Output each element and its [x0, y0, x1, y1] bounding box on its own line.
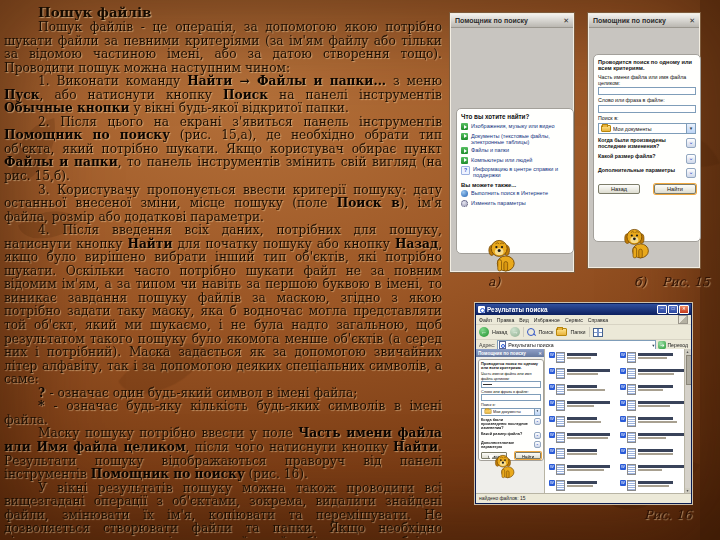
- go-button[interactable]: ➔ Переход: [658, 341, 688, 349]
- word-doc-icon: W: [549, 368, 555, 374]
- file-item[interactable]: W: [620, 400, 686, 411]
- file-item[interactable]: W: [620, 368, 686, 379]
- file-item[interactable]: W: [620, 464, 686, 475]
- file-item[interactable]: W: [549, 464, 610, 475]
- close-icon[interactable]: ✕: [538, 351, 542, 356]
- chevron-down-icon[interactable]: ⌄: [534, 418, 541, 425]
- file-item[interactable]: W: [620, 384, 686, 395]
- file-item[interactable]: W: [620, 416, 686, 427]
- close-icon[interactable]: ✕: [689, 17, 695, 25]
- window-title-bar[interactable]: Результаты поиска ─ □ ✕: [476, 304, 691, 315]
- paragraph: У вікні результатів пошуку можна також п…: [4, 482, 442, 538]
- filename-label: Часть имени файла или имя файла целиком:: [598, 75, 696, 87]
- collapsed-section[interactable]: Когда были произведены последние изменен…: [598, 138, 696, 150]
- file-item[interactable]: W: [620, 432, 686, 443]
- globe-icon: [461, 190, 468, 197]
- back-icon[interactable]: ←: [479, 327, 489, 337]
- menu-item[interactable]: Справка: [588, 317, 608, 323]
- file-path-text: [638, 389, 663, 391]
- vertical-scrollbar[interactable]: ▴ ▾: [684, 349, 691, 494]
- forward-icon[interactable]: →: [510, 327, 520, 337]
- word-doc-icon: W: [620, 464, 626, 470]
- green-arrow-icon: [461, 123, 468, 130]
- companion-item-label: Информацию в центре справки и поддержки: [473, 166, 569, 178]
- companion-item-label: Выполнить поиск в Интернете: [471, 190, 548, 196]
- search-dog-mascot[interactable]: [623, 227, 651, 259]
- chevron-down-icon[interactable]: ⌄: [534, 432, 541, 439]
- companion-item[interactable]: Компьютеры или людей: [461, 157, 569, 164]
- menu-item[interactable]: Сервис: [565, 317, 583, 323]
- file-item[interactable]: W: [549, 368, 610, 379]
- companion-item[interactable]: Файлы и папки: [461, 147, 569, 154]
- companion-item[interactable]: Изменить параметры: [461, 200, 569, 207]
- search-button[interactable]: Найти: [654, 184, 696, 194]
- file-item[interactable]: W: [549, 432, 610, 443]
- views-icon[interactable]: [593, 328, 603, 337]
- collapsed-section[interactable]: Дополнительные параметры⌄: [598, 168, 696, 178]
- back-label[interactable]: Назад: [492, 329, 507, 335]
- close-icon[interactable]: ✕: [563, 17, 569, 25]
- search-location-dropdown[interactable]: Мои документы ▾: [598, 123, 696, 134]
- collapsed-section[interactable]: Дополнительные параметры⌄: [481, 441, 541, 449]
- go-icon: ➔: [658, 341, 666, 349]
- gear-icon: [461, 200, 468, 207]
- chevron-down-icon[interactable]: ▾: [686, 124, 695, 133]
- search-dog-mascot[interactable]: [487, 238, 517, 272]
- companion-item[interactable]: Информацию в центре справки и поддержки: [461, 166, 569, 178]
- folders-label[interactable]: Папки: [570, 329, 585, 335]
- search-location-dropdown[interactable]: Мои документы ▾: [481, 408, 541, 416]
- companion-item[interactable]: Изображения, музыку или видео: [461, 123, 569, 130]
- companion-item[interactable]: Документы (текстовые файлы, электронные …: [461, 133, 569, 145]
- word-doc-icon: W: [549, 416, 555, 422]
- word-doc-icon: W: [620, 384, 626, 390]
- phrase-input[interactable]: [481, 394, 541, 401]
- collapsed-section[interactable]: Какой размер файла?⌄: [481, 432, 541, 439]
- chevron-down-icon[interactable]: ⌄: [686, 154, 696, 164]
- chevron-down-icon[interactable]: ▾: [652, 343, 654, 348]
- chevron-down-icon[interactable]: ⌄: [534, 441, 541, 448]
- back-button[interactable]: Назад: [598, 184, 640, 194]
- file-item[interactable]: W: [549, 416, 610, 427]
- scrollbar-thumb[interactable]: [686, 355, 692, 385]
- filename-input[interactable]: [481, 381, 541, 388]
- menu-item[interactable]: Файл: [479, 317, 492, 323]
- document-page-icon: [627, 448, 636, 459]
- chevron-down-icon[interactable]: ⌄: [686, 138, 696, 148]
- maximize-icon[interactable]: □: [668, 305, 678, 314]
- file-item[interactable]: W: [620, 480, 686, 491]
- file-path-text: [567, 373, 598, 375]
- file-item[interactable]: W: [620, 448, 686, 459]
- green-arrow-icon: [461, 133, 468, 140]
- file-name-text: [638, 481, 673, 484]
- paragraph: Маску пошуку потрібно ввести у поле Част…: [4, 427, 442, 481]
- menu-item[interactable]: Правка: [497, 317, 515, 323]
- caption-b: б): [634, 274, 646, 289]
- file-item[interactable]: W: [549, 448, 610, 459]
- chevron-down-icon[interactable]: ▾: [534, 409, 540, 415]
- file-item[interactable]: W: [549, 400, 610, 411]
- search-button[interactable]: Найти: [515, 452, 541, 459]
- companion-item-label: Компьютеры или людей: [471, 157, 532, 163]
- menu-item[interactable]: Избранное: [534, 317, 560, 323]
- collapsed-section[interactable]: Когда были произведены последние изменен…: [481, 418, 541, 431]
- chevron-down-icon[interactable]: ⌄: [686, 168, 696, 178]
- menu-item[interactable]: Вид: [519, 317, 528, 323]
- file-name-text: [567, 369, 610, 372]
- filename-input[interactable]: [598, 87, 696, 95]
- collapsed-section[interactable]: Какой размер файла?⌄: [598, 154, 696, 164]
- folders-icon[interactable]: [556, 328, 567, 336]
- close-icon[interactable]: ✕: [679, 305, 689, 314]
- search-icon[interactable]: [527, 328, 535, 336]
- search-label[interactable]: Поиск: [538, 329, 553, 335]
- companion-item[interactable]: Выполнить поиск в Интернете: [461, 190, 569, 197]
- file-name-text: [638, 401, 686, 404]
- search-dog-mascot[interactable]: [494, 453, 516, 479]
- minimize-icon[interactable]: ─: [657, 305, 667, 314]
- file-item[interactable]: W: [549, 352, 610, 363]
- file-item[interactable]: W: [549, 480, 610, 491]
- file-path-text: [638, 453, 673, 455]
- file-item[interactable]: W: [620, 352, 686, 363]
- file-item[interactable]: W: [549, 384, 610, 395]
- file-name-text: [567, 481, 597, 484]
- phrase-input[interactable]: [598, 105, 696, 113]
